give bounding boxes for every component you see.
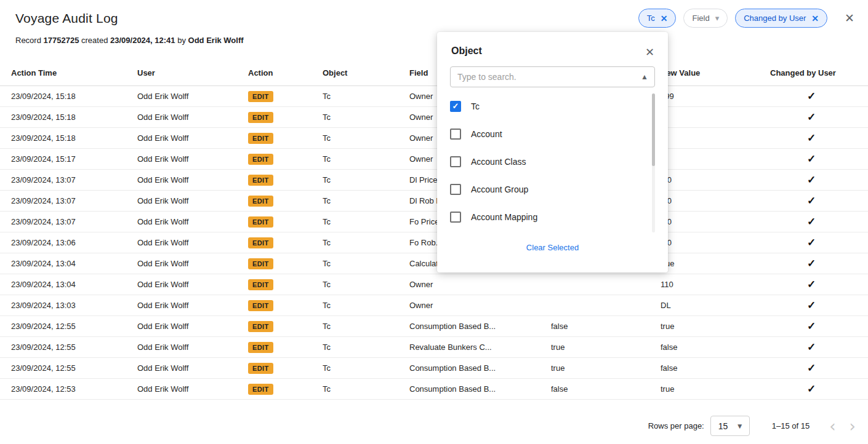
edit-action-badge: EDIT [248,258,273,269]
cell-object: Tc [323,212,409,232]
cell-user: Odd Erik Wolff [137,274,248,295]
object-option-label: Account [471,129,502,139]
collapse-chevron-up-icon[interactable]: ▲ [641,73,648,81]
cell-action-time: 23/09/2024, 12:55 [0,358,137,379]
cell-action: EDIT [248,107,323,128]
filter-chip-field[interactable]: Field ▾ [683,9,728,28]
cell-user: Odd Erik Wolff [137,128,248,149]
object-option[interactable]: Account Mapping [437,203,668,231]
popover-close-icon[interactable]: ✕ [645,47,654,58]
table-row[interactable]: 23/09/2024, 13:07 Odd Erik Wolff EDIT Tc… [0,212,868,232]
cell-action: EDIT [248,170,323,191]
filter-chip-changed-by-user[interactable]: Changed by User ✕ [735,9,827,28]
previous-page-icon[interactable]: ‹ [829,418,835,434]
rows-per-page-label: Rows per page: [648,421,704,430]
remove-filter-tc-icon[interactable]: ✕ [661,14,668,23]
page-range-label: 1–15 of 15 [772,421,810,430]
object-option[interactable]: Tc [437,92,668,120]
object-search-box[interactable]: ▲ [450,66,655,87]
checkmark-icon: ✓ [807,216,816,228]
cell-changed-by-user: ✓ [770,107,868,128]
table-row[interactable]: 23/09/2024, 13:03 Odd Erik Wolff EDIT Tc… [0,295,868,316]
scrollbar-track[interactable] [652,93,655,232]
table-row[interactable]: 23/09/2024, 15:17 Odd Erik Wolff EDIT Tc… [0,149,868,170]
table-row[interactable]: 23/09/2024, 12:55 Odd Erik Wolff EDIT Tc… [0,358,868,379]
checkbox-icon[interactable] [450,212,461,223]
cell-changed-by-user: ✓ [770,337,868,358]
cell-action-time: 23/09/2024, 13:04 [0,274,137,295]
object-option[interactable]: Account Group [437,175,668,203]
cell-field: Owner [409,274,551,295]
object-option-label: Tc [471,101,480,111]
checkmark-icon: ✓ [807,320,816,332]
record-id: 17752725 [44,36,79,45]
checkbox-icon[interactable] [450,129,461,140]
cell-action-time: 23/09/2024, 13:07 [0,191,137,212]
checkmark-icon: ✓ [807,237,816,248]
table-row[interactable]: 23/09/2024, 13:04 Odd Erik Wolff EDIT Tc… [0,253,868,274]
filter-chip-tc[interactable]: Tc ✕ [638,9,677,28]
cell-user: Odd Erik Wolff [137,337,248,358]
col-new-value: New Value [661,60,770,86]
filter-chip-bar: Tc ✕ Field ▾ Changed by User ✕ ✕ [638,9,854,28]
cell-new-value: true [661,379,770,400]
table-row[interactable]: 23/09/2024, 15:18 Odd Erik Wolff EDIT Tc… [0,107,868,128]
cell-action: EDIT [248,379,323,400]
cell-new-value: .. [661,149,770,170]
table-row[interactable]: 23/09/2024, 12:53 Odd Erik Wolff EDIT Tc… [0,379,868,400]
checkbox-icon[interactable] [450,156,461,167]
object-filter-popover: Object ✕ ▲ Tc Account Account Class A [437,32,668,272]
cell-changed-by-user: ✓ [770,86,868,107]
table-row[interactable]: 23/09/2024, 13:04 Odd Erik Wolff EDIT Tc… [0,274,868,295]
cell-object: Tc [323,149,409,170]
checkmark-icon: ✓ [807,299,816,311]
cell-action-time: 23/09/2024, 15:17 [0,149,137,170]
table-row[interactable]: 23/09/2024, 13:06 Odd Erik Wolff EDIT Tc… [0,232,868,253]
object-option[interactable]: Account [437,120,668,148]
table-row[interactable]: 23/09/2024, 12:55 Odd Erik Wolff EDIT Tc… [0,316,868,337]
cell-user: Odd Erik Wolff [137,253,248,274]
cell-user: Odd Erik Wolff [137,170,248,191]
table-row[interactable]: 23/09/2024, 15:18 Odd Erik Wolff EDIT Tc… [0,86,868,107]
rows-per-page-select[interactable]: 15 ▼ [710,416,750,436]
cell-changed-by-user: ✓ [770,128,868,149]
checkmark-icon: ✓ [807,195,816,207]
object-option[interactable]: Account Class [437,148,668,175]
close-icon[interactable]: ✕ [845,12,854,24]
cell-action: EDIT [248,274,323,295]
cell-action-time: 23/09/2024, 13:07 [0,170,137,191]
cell-new-value: false [661,337,770,358]
cell-changed-by-user: ✓ [770,253,868,274]
created-date: 23/09/2024, 12:41 [110,36,175,45]
checkbox-icon[interactable] [450,101,461,112]
table-row[interactable]: 23/09/2024, 12:55 Odd Erik Wolff EDIT Tc… [0,337,868,358]
cell-field: Consumption Based B... [409,358,551,379]
table-row[interactable]: 23/09/2024, 13:07 Odd Erik Wolff EDIT Tc… [0,170,868,191]
select-chevron-down-icon: ▼ [736,422,744,430]
cell-changed-by-user: ✓ [770,274,868,295]
edit-action-badge: EDIT [248,363,273,374]
cell-old-value: false [551,316,661,337]
table-row[interactable]: 23/09/2024, 13:07 Odd Erik Wolff EDIT Tc… [0,191,868,212]
cell-new-value: H [661,128,770,149]
cell-action-time: 23/09/2024, 12:53 [0,379,137,400]
object-option-label: Account Class [471,157,526,167]
remove-filter-changed-by-user-icon[interactable]: ✕ [811,14,819,23]
cell-action-time: 23/09/2024, 15:18 [0,86,137,107]
cell-changed-by-user: ✓ [770,316,868,337]
cell-new-value: true [661,253,770,274]
edit-action-badge: EDIT [248,300,273,311]
voyage-audit-log-page: Voyage Audit Log Record 17752725 created… [0,0,868,444]
table-row[interactable]: 23/09/2024, 15:18 Odd Erik Wolff EDIT Tc… [0,128,868,149]
cell-changed-by-user: ✓ [770,232,868,253]
cell-action: EDIT [248,232,323,253]
cell-object: Tc [323,128,409,149]
checkbox-icon[interactable] [450,184,461,195]
cell-object: Tc [323,107,409,128]
object-search-input[interactable] [457,72,641,82]
clear-selected-link[interactable]: Clear Selected [437,243,668,252]
next-page-icon[interactable]: › [850,418,856,434]
scrollbar-thumb[interactable] [652,93,655,166]
checkmark-icon: ✓ [807,258,816,269]
cell-action: EDIT [248,316,323,337]
